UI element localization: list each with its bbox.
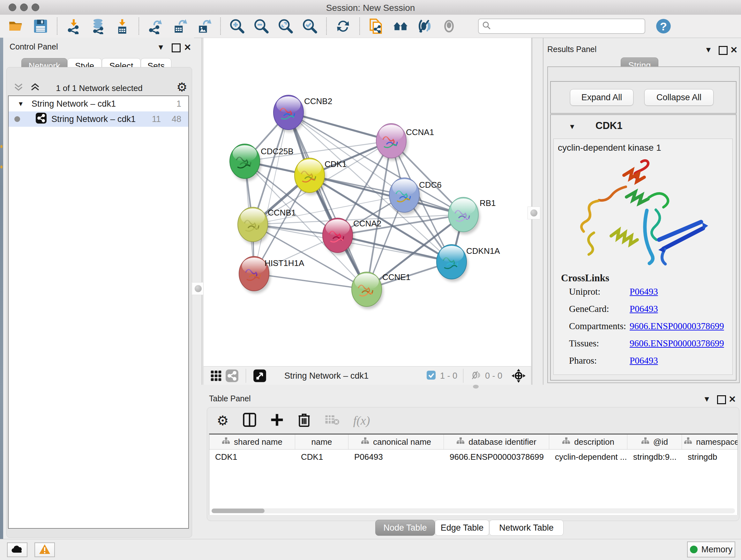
cloud-status-button[interactable] <box>7 543 27 557</box>
node-CDK1[interactable] <box>294 158 326 195</box>
collapse-all-button[interactable]: Collapse All <box>644 89 714 106</box>
delete-column-icon[interactable] <box>298 413 311 428</box>
node-CDC25B[interactable] <box>230 144 261 181</box>
maximize-panel-icon[interactable] <box>717 395 726 404</box>
export-network-button[interactable] <box>147 18 163 34</box>
node-CCNA2[interactable] <box>323 218 354 255</box>
save-session-button[interactable] <box>32 18 49 34</box>
edge-CCNA2-CDKN1A[interactable] <box>338 235 452 262</box>
horizontal-splitter[interactable] <box>198 385 741 389</box>
birdseye-view-icon[interactable] <box>252 368 268 384</box>
crosslink-link[interactable]: 9606.ENSP00000378699 <box>630 338 724 349</box>
scrollbar-thumb[interactable] <box>212 509 265 513</box>
crosshair-icon[interactable] <box>511 368 527 384</box>
new-network-from-selection-button[interactable] <box>368 18 384 34</box>
network-canvas[interactable]: CCNB2CCNA1CDC25BCDK1CDC6RB1CCNB1CCNA2CDK… <box>203 38 531 367</box>
column-header-shared-name[interactable]: shared name <box>209 435 295 449</box>
crosslink-label: Compartments: <box>569 321 630 331</box>
column-header-database-identifier[interactable]: database identifier <box>444 435 549 449</box>
table-row[interactable]: CDK1CDK1P064939606.ENSP00000378699cyclin… <box>209 449 738 464</box>
search-field[interactable] <box>478 18 645 34</box>
table-cell[interactable]: P06493 <box>348 449 444 464</box>
close-panel-icon[interactable]: ✕ <box>730 45 738 55</box>
table-cell[interactable]: cyclin-dependent ... <box>549 449 627 464</box>
float-panel-icon[interactable]: ▼ <box>703 395 711 403</box>
tab-edge-table[interactable]: Edge Table <box>435 520 489 536</box>
memory-button[interactable]: Memory <box>687 542 735 557</box>
help-button[interactable]: ? <box>656 18 671 34</box>
h-splitter-handle[interactable] <box>473 385 479 388</box>
node-label-RB1: RB1 <box>480 198 496 208</box>
maximize-panel-icon[interactable] <box>172 44 181 52</box>
column-header-@id[interactable]: @id <box>627 435 682 449</box>
left-splitter-handle[interactable] <box>192 282 205 295</box>
crosslink-link[interactable]: P06493 <box>630 287 658 297</box>
table-cell[interactable]: 9606.ENSP00000378699 <box>444 449 549 464</box>
node-CCNB2[interactable] <box>273 95 305 132</box>
table-cell[interactable]: CDK1 <box>209 449 295 464</box>
show-columns-icon[interactable] <box>243 413 256 428</box>
crosslink-link[interactable]: P06493 <box>630 304 658 314</box>
float-panel-icon[interactable]: ▼ <box>157 43 165 52</box>
column-header-name[interactable]: name <box>295 435 348 449</box>
expand-all-button[interactable]: Expand All <box>570 89 633 106</box>
zoom-fit-button[interactable] <box>278 18 293 34</box>
status-bar: Memory <box>0 539 741 560</box>
zoom-in-icon <box>229 18 245 34</box>
column-header-description[interactable]: description <box>549 435 627 449</box>
network-share-icon[interactable] <box>224 368 240 384</box>
table-horizontal-scrollbar[interactable] <box>212 508 735 513</box>
section-collapse-arrow-icon[interactable]: ▼ <box>569 123 576 131</box>
network-row[interactable]: String Network – cdk1 11 48 <box>9 111 188 127</box>
edge-CCNB2-HIST1H1A[interactable] <box>254 112 288 273</box>
eye-icon <box>441 18 457 34</box>
table-gear-icon[interactable]: ⚙ <box>217 413 229 428</box>
node-CDKN1A[interactable] <box>436 245 468 282</box>
node-label-CCNA2: CCNA2 <box>353 219 381 228</box>
open-session-button[interactable] <box>8 18 24 34</box>
network-graph[interactable]: CCNB2CCNA1CDC25BCDK1CDC6RB1CCNB1CCNA2CDK… <box>204 38 531 367</box>
tab-node-table[interactable]: Node Table <box>375 520 435 536</box>
export-table-button[interactable] <box>172 18 188 34</box>
network-collection-row[interactable]: ▼ String Network – cdk1 1 <box>9 96 188 111</box>
expand-collapse-arrow-icon[interactable]: ▼ <box>17 100 24 108</box>
table-cell[interactable]: CDK1 <box>295 449 348 464</box>
table-cell[interactable]: stringdb <box>682 449 738 464</box>
function-builder-icon: f(x) <box>353 414 370 428</box>
crosslink-link[interactable]: 9606.ENSP00000378699 <box>630 321 724 331</box>
hide-selected-button[interactable] <box>417 18 433 34</box>
memory-label: Memory <box>701 545 733 555</box>
warning-status-button[interactable] <box>35 543 55 557</box>
zoom-out-button[interactable] <box>253 18 269 34</box>
column-header-namespace[interactable]: namespace <box>682 435 738 449</box>
node-CCNE1[interactable] <box>352 272 383 309</box>
import-network-file-button[interactable] <box>66 18 82 34</box>
edge-CCNE1-HIST1H1A[interactable] <box>254 273 367 289</box>
close-panel-icon[interactable]: ✕ <box>184 42 191 53</box>
close-panel-icon[interactable]: ✕ <box>729 394 736 405</box>
delete-table-icon <box>325 414 339 428</box>
import-network-database-button[interactable] <box>90 18 106 34</box>
first-neighbors-button[interactable] <box>393 18 408 34</box>
export-image-button[interactable] <box>196 18 212 34</box>
search-input[interactable] <box>491 21 633 32</box>
table-cell[interactable]: stringdb:9... <box>627 449 682 464</box>
show-all-button[interactable] <box>441 18 457 34</box>
right-splitter-handle[interactable] <box>528 206 540 219</box>
column-header-canonical-name[interactable]: canonical name <box>348 435 444 449</box>
node-table[interactable]: shared namenamecanonical namedatabase id… <box>209 434 738 515</box>
add-column-icon[interactable] <box>270 413 284 428</box>
node-RB1[interactable] <box>448 197 480 234</box>
import-table-button[interactable] <box>114 18 130 34</box>
crosslink-label: GeneCard: <box>569 304 630 314</box>
grid-view-icon[interactable] <box>208 368 224 384</box>
tab-network-table[interactable]: Network Table <box>489 520 563 536</box>
crosslink-link[interactable]: P06493 <box>630 355 658 366</box>
float-panel-icon[interactable]: ▼ <box>704 45 712 54</box>
zoom-in-button[interactable] <box>229 18 245 34</box>
network-panel-gear-icon[interactable]: ⚙ <box>177 80 187 94</box>
refresh-button[interactable] <box>335 18 351 34</box>
maximize-panel-icon[interactable] <box>719 46 728 55</box>
node-CCNA1[interactable] <box>376 124 408 161</box>
zoom-selected-button[interactable] <box>302 18 318 34</box>
